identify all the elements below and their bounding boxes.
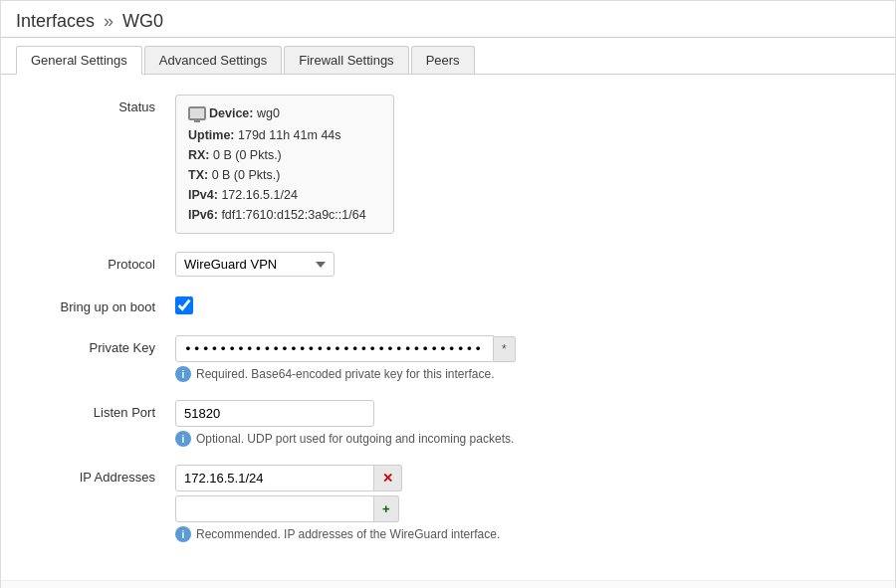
monitor-icon <box>188 106 206 120</box>
protocol-row: Protocol WireGuard VPN Static address DH… <box>16 252 880 277</box>
page-title: Interfaces » WG0 <box>16 11 880 32</box>
ip-address-existing-row: ✕ <box>175 465 880 491</box>
uptime-value: 179d 11h 41m 44s <box>238 128 341 142</box>
tabs-bar: General Settings Advanced Settings Firew… <box>1 38 895 75</box>
uptime-label: Uptime: <box>188 128 235 142</box>
tab-general-settings[interactable]: General Settings <box>16 46 142 75</box>
status-uptime-line: Uptime: 179d 11h 41m 44s <box>188 125 381 145</box>
private-key-hint: Required. Base64-encoded private key for… <box>196 367 495 381</box>
bring-up-boot-field <box>175 294 880 317</box>
status-label: Status <box>16 95 175 114</box>
tx-label: TX: <box>188 168 208 182</box>
status-ipv6-line: IPv6: fdf1:7610:d152:3a9c::1/64 <box>188 205 381 225</box>
status-box: Device: wg0 Uptime: 179d 11h 41m 44s RX:… <box>175 95 394 234</box>
interfaces-breadcrumb: Interfaces <box>16 11 95 31</box>
private-key-input-group: * <box>175 335 880 362</box>
ip-address-add-btn[interactable]: + <box>374 495 399 522</box>
private-key-row: Private Key * i Required. Base64-encoded… <box>16 335 880 382</box>
ipv4-value: 172.16.5.1/24 <box>221 188 297 202</box>
status-rx-line: RX: 0 B (0 Pkts.) <box>188 145 381 165</box>
status-device-label: Device: <box>209 103 253 123</box>
listen-port-input[interactable] <box>175 400 374 427</box>
private-key-label: Private Key <box>16 335 175 355</box>
ip-addresses-hint: Recommended. IP addresses of the WireGua… <box>196 527 500 541</box>
bring-up-boot-row: Bring up on boot <box>16 294 880 317</box>
rx-value: 0 B (0 Pkts.) <box>213 148 282 162</box>
listen-port-row: Listen Port i Optional. UDP port used fo… <box>16 400 880 447</box>
page-footer: Dismiss Save <box>1 580 895 588</box>
status-device-line: Device: wg0 <box>188 103 381 123</box>
ip-addresses-label: IP Addresses <box>16 465 175 485</box>
ip-address-new-input[interactable] <box>175 495 374 522</box>
protocol-label: Protocol <box>16 252 175 272</box>
ip-addresses-hint-row: i Recommended. IP addresses of the WireG… <box>175 526 880 542</box>
private-key-field: * i Required. Base64-encoded private key… <box>175 335 880 382</box>
ipv6-value: fdf1:7610:d152:3a9c::1/64 <box>221 208 365 222</box>
listen-port-field: i Optional. UDP port used for outgoing a… <box>175 400 880 447</box>
tab-advanced-settings[interactable]: Advanced Settings <box>144 46 282 74</box>
status-field: Device: wg0 Uptime: 179d 11h 41m 44s RX:… <box>175 95 880 234</box>
ip-address-remove-btn[interactable]: ✕ <box>374 465 402 491</box>
listen-port-label: Listen Port <box>16 400 175 420</box>
status-tx-line: TX: 0 B (0 Pkts.) <box>188 165 381 185</box>
listen-port-hint: Optional. UDP port used for outgoing and… <box>196 432 514 446</box>
bring-up-boot-label: Bring up on boot <box>16 294 175 314</box>
tab-firewall-settings[interactable]: Firewall Settings <box>284 46 408 74</box>
private-key-info-icon: i <box>175 366 191 382</box>
protocol-select[interactable]: WireGuard VPN Static address DHCP client… <box>175 252 335 277</box>
breadcrumb-separator: » <box>104 11 113 31</box>
ip-addresses-field: ✕ + i Recommended. IP addresses of the W… <box>175 465 880 542</box>
tab-peers[interactable]: Peers <box>411 46 475 74</box>
ipv6-label: IPv6: <box>188 208 218 222</box>
listen-port-hint-row: i Optional. UDP port used for outgoing a… <box>175 431 880 447</box>
private-key-toggle-btn[interactable]: * <box>494 336 516 362</box>
rx-label: RX: <box>188 148 210 162</box>
tx-value: 0 B (0 Pkts.) <box>212 168 281 182</box>
private-key-hint-row: i Required. Base64-encoded private key f… <box>175 366 880 382</box>
status-ipv4-line: IPv4: 172.16.5.1/24 <box>188 185 381 205</box>
ipv4-label: IPv4: <box>188 188 218 202</box>
ip-addresses-info-icon: i <box>175 526 191 542</box>
status-device-value: wg0 <box>257 103 280 123</box>
ip-address-new-row: + <box>175 495 880 522</box>
page-header: Interfaces » WG0 <box>1 1 895 38</box>
bring-up-boot-checkbox[interactable] <box>175 296 193 314</box>
private-key-input[interactable] <box>175 335 494 362</box>
interface-name: WG0 <box>122 11 163 31</box>
protocol-field: WireGuard VPN Static address DHCP client… <box>175 252 880 277</box>
form-content: Status Device: wg0 Uptime: 179d 11h 41m … <box>1 75 895 580</box>
page-wrapper: Interfaces » WG0 General Settings Advanc… <box>0 0 896 588</box>
listen-port-info-icon: i <box>175 431 191 447</box>
ip-addresses-row: IP Addresses ✕ + i Recommended. IP addre… <box>16 465 880 542</box>
status-row: Status Device: wg0 Uptime: 179d 11h 41m … <box>16 95 880 234</box>
ip-address-input[interactable] <box>175 465 374 491</box>
